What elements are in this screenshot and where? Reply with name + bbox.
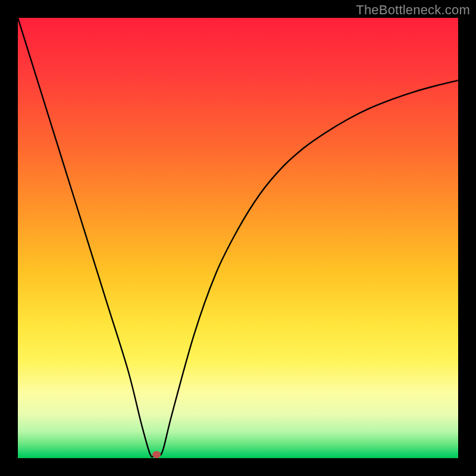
watermark-text: TheBottleneck.com	[356, 2, 470, 18]
curve-path	[18, 18, 458, 457]
minimum-marker	[152, 451, 161, 458]
bottleneck-curve	[18, 18, 458, 458]
plot-area	[18, 18, 458, 458]
chart-frame: TheBottleneck.com	[0, 0, 476, 476]
